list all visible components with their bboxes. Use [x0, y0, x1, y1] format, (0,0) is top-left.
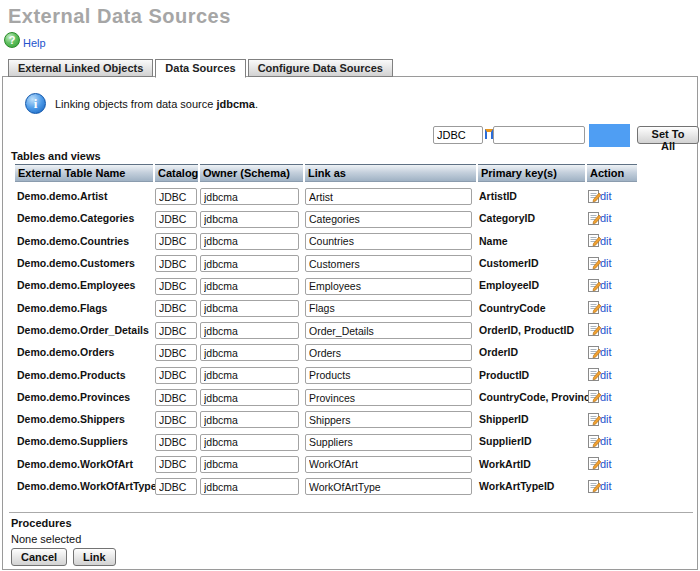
owner-input[interactable] — [200, 322, 299, 339]
action-cell: dit — [587, 211, 612, 226]
owner-input[interactable] — [200, 255, 299, 272]
edit-link[interactable]: dit — [600, 324, 612, 336]
owner-input[interactable] — [200, 478, 299, 495]
edit-link[interactable]: dit — [600, 212, 612, 224]
catalog-input[interactable] — [155, 456, 197, 473]
catalog-all-input[interactable] — [433, 126, 483, 144]
owner-input[interactable] — [200, 211, 299, 228]
edit-link[interactable]: dit — [600, 257, 612, 269]
catalog-input[interactable] — [155, 322, 197, 339]
owner-input[interactable] — [200, 367, 299, 384]
catalog-input[interactable] — [155, 411, 197, 428]
edit-link[interactable]: dit — [600, 279, 612, 291]
primary-keys: ArtistID — [479, 190, 587, 202]
external-table-name: Demo.demo.WorkOfArt — [17, 458, 155, 470]
column-header-catalog: Catalog — [155, 164, 198, 182]
link-as-input[interactable] — [305, 344, 472, 361]
help-icon[interactable]: ? — [4, 32, 20, 48]
blue-swatch-button[interactable] — [589, 124, 630, 147]
external-table-name: Demo.demo.Shippers — [17, 413, 155, 425]
section-divider — [9, 512, 693, 513]
external-table-name: Demo.demo.Order_Details — [17, 324, 155, 336]
table-body: Demo.demo.Artist ArtistID dit Demo.demo.… — [3, 185, 699, 497]
table-row: Demo.demo.Provinces CountryCode, Provinc… — [3, 386, 699, 408]
edit-link[interactable]: dit — [600, 391, 612, 403]
catalog-input[interactable] — [155, 233, 197, 250]
edit-link[interactable]: dit — [600, 480, 612, 492]
link-as-input[interactable] — [305, 367, 472, 384]
tab-data-sources[interactable]: Data Sources — [155, 59, 245, 78]
column-header-owner-schema: Owner (Schema) — [200, 164, 303, 182]
edit-link[interactable]: dit — [600, 346, 612, 358]
catalog-input[interactable] — [155, 300, 197, 317]
link-as-input[interactable] — [305, 478, 472, 495]
column-header-link-as: Link as — [305, 164, 476, 182]
link-as-input[interactable] — [305, 211, 472, 228]
owner-input[interactable] — [200, 278, 299, 295]
owner-input[interactable] — [200, 389, 299, 406]
primary-keys: OrderID, ProductID — [479, 324, 587, 336]
info-message: Linking objects from data source jdbcma. — [55, 98, 258, 110]
edit-link[interactable]: dit — [600, 458, 612, 470]
help-link[interactable]: Help — [23, 37, 46, 49]
set-to-all-button[interactable]: Set To All — [637, 126, 699, 144]
external-table-name: Demo.demo.Products — [17, 369, 155, 381]
link-button[interactable]: Link — [73, 548, 116, 566]
catalog-input[interactable] — [155, 344, 197, 361]
edit-link[interactable]: dit — [600, 435, 612, 447]
info-banner: i Linking objects from data source jdbcm… — [25, 93, 258, 114]
owner-input[interactable] — [200, 456, 299, 473]
catalog-input[interactable] — [155, 389, 197, 406]
edit-link[interactable]: dit — [600, 235, 612, 247]
owner-input[interactable] — [200, 344, 299, 361]
catalog-input[interactable] — [155, 478, 197, 495]
link-as-input[interactable] — [305, 300, 472, 317]
owner-input[interactable] — [200, 300, 299, 317]
edit-link[interactable]: dit — [600, 369, 612, 381]
column-header-primary-keys: Primary key(s) — [478, 164, 585, 182]
footer-buttons: Cancel Link — [11, 548, 116, 566]
catalog-input[interactable] — [155, 188, 197, 205]
link-as-input[interactable] — [305, 411, 472, 428]
catalog-input[interactable] — [155, 211, 197, 228]
link-as-input[interactable] — [305, 322, 472, 339]
info-icon: i — [25, 93, 46, 114]
link-as-input[interactable] — [305, 278, 472, 295]
external-table-name: Demo.demo.Flags — [17, 302, 155, 314]
catalog-input[interactable] — [155, 434, 197, 451]
link-as-input[interactable] — [305, 434, 472, 451]
owner-input[interactable] — [200, 233, 299, 250]
cancel-button[interactable]: Cancel — [11, 548, 67, 566]
link-as-input[interactable] — [305, 233, 472, 250]
primary-keys: EmployeeID — [479, 279, 587, 291]
primary-keys: CategoryID — [479, 212, 587, 224]
catalog-input[interactable] — [155, 278, 197, 295]
external-table-name: Demo.demo.WorkOfArtType — [17, 480, 155, 492]
link-as-input[interactable] — [305, 255, 472, 272]
external-table-name: Demo.demo.Orders — [17, 346, 155, 358]
action-cell: dit — [587, 322, 612, 337]
edit-link[interactable]: dit — [600, 302, 612, 314]
link-as-input[interactable] — [305, 456, 472, 473]
page-title: External Data Sources — [8, 5, 231, 28]
owner-all-input[interactable] — [493, 126, 585, 144]
data-source-name: jdbcma — [216, 98, 255, 110]
primary-keys: CustomerID — [479, 257, 587, 269]
owner-input[interactable] — [200, 411, 299, 428]
edit-link[interactable]: dit — [600, 190, 612, 202]
link-as-input[interactable] — [305, 389, 472, 406]
info-message-prefix: Linking objects from data source — [55, 98, 216, 110]
owner-input[interactable] — [200, 434, 299, 451]
table-row: Demo.demo.Products ProductID dit — [3, 363, 699, 385]
catalog-input[interactable] — [155, 367, 197, 384]
tab-configure-data-sources[interactable]: Configure Data Sources — [248, 59, 393, 77]
link-as-input[interactable] — [305, 188, 472, 205]
table-row: Demo.demo.Customers CustomerID dit — [3, 252, 699, 274]
table-row: Demo.demo.Artist ArtistID dit — [3, 185, 699, 207]
catalog-input[interactable] — [155, 255, 197, 272]
owner-input[interactable] — [200, 188, 299, 205]
action-cell: dit — [587, 456, 612, 471]
table-row: Demo.demo.WorkOfArtType WorkArtTypeID di… — [3, 475, 699, 497]
edit-link[interactable]: dit — [600, 413, 612, 425]
tab-external-linked-objects[interactable]: External Linked Objects — [8, 59, 153, 77]
